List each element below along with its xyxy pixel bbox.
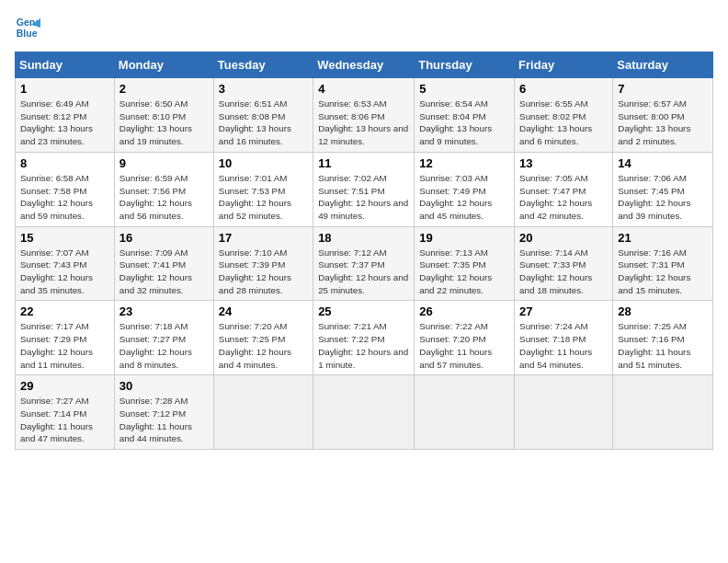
day-number: 16: [119, 231, 209, 245]
calendar-cell: [313, 375, 415, 450]
day-info: Sunrise: 7:22 AMSunset: 7:20 PMDaylight:…: [419, 321, 492, 369]
day-number: 9: [119, 156, 209, 170]
calendar-cell: 11Sunrise: 7:02 AMSunset: 7:51 PMDayligh…: [313, 152, 415, 226]
calendar-cell: 23Sunrise: 7:18 AMSunset: 7:27 PMDayligh…: [114, 301, 213, 375]
calendar-cell: 29Sunrise: 7:27 AMSunset: 7:14 PMDayligh…: [16, 375, 115, 450]
col-header-wednesday: Wednesday: [313, 52, 415, 78]
calendar-cell: 8Sunrise: 6:58 AMSunset: 7:58 PMDaylight…: [16, 152, 115, 226]
day-info: Sunrise: 7:25 AMSunset: 7:16 PMDaylight:…: [618, 321, 690, 369]
svg-text:Blue: Blue: [17, 28, 38, 39]
calendar-cell: 15Sunrise: 7:07 AMSunset: 7:43 PMDayligh…: [16, 226, 115, 301]
day-info: Sunrise: 6:53 AMSunset: 8:06 PMDaylight:…: [318, 98, 408, 146]
week-row-5: 29Sunrise: 7:27 AMSunset: 7:14 PMDayligh…: [16, 375, 713, 450]
calendar-cell: 5Sunrise: 6:54 AMSunset: 8:04 PMDaylight…: [415, 78, 515, 153]
calendar-cell: 18Sunrise: 7:12 AMSunset: 7:37 PMDayligh…: [313, 226, 415, 301]
calendar-cell: 25Sunrise: 7:21 AMSunset: 7:22 PMDayligh…: [313, 301, 415, 375]
day-info: Sunrise: 6:54 AMSunset: 8:04 PMDaylight:…: [419, 98, 492, 146]
day-info: Sunrise: 6:50 AMSunset: 8:10 PMDaylight:…: [119, 98, 192, 146]
day-info: Sunrise: 6:59 AMSunset: 7:56 PMDaylight:…: [119, 173, 192, 221]
calendar-table: SundayMondayTuesdayWednesdayThursdayFrid…: [15, 52, 713, 450]
calendar-cell: 9Sunrise: 6:59 AMSunset: 7:56 PMDaylight…: [114, 152, 213, 226]
day-info: Sunrise: 7:18 AMSunset: 7:27 PMDaylight:…: [119, 321, 192, 369]
day-number: 8: [20, 156, 109, 170]
week-row-2: 8Sunrise: 6:58 AMSunset: 7:58 PMDaylight…: [16, 152, 713, 226]
day-info: Sunrise: 7:20 AMSunset: 7:25 PMDaylight:…: [219, 321, 291, 369]
col-header-thursday: Thursday: [415, 52, 515, 78]
day-info: Sunrise: 6:57 AMSunset: 8:00 PMDaylight:…: [618, 98, 690, 146]
day-number: 11: [318, 156, 409, 170]
day-number: 26: [419, 304, 509, 318]
day-number: 30: [119, 379, 209, 393]
day-info: Sunrise: 6:58 AMSunset: 7:58 PMDaylight:…: [20, 173, 93, 221]
calendar-cell: 28Sunrise: 7:25 AMSunset: 7:16 PMDayligh…: [613, 301, 713, 375]
day-info: Sunrise: 7:24 AMSunset: 7:18 PMDaylight:…: [519, 321, 592, 369]
day-number: 20: [519, 231, 608, 245]
day-info: Sunrise: 7:12 AMSunset: 7:37 PMDaylight:…: [318, 247, 408, 295]
day-number: 24: [219, 304, 308, 318]
calendar-cell: [515, 375, 613, 450]
day-number: 2: [119, 82, 209, 96]
day-info: Sunrise: 7:03 AMSunset: 7:49 PMDaylight:…: [419, 173, 492, 221]
day-info: Sunrise: 6:55 AMSunset: 8:02 PMDaylight:…: [519, 98, 592, 146]
calendar-cell: 30Sunrise: 7:28 AMSunset: 7:12 PMDayligh…: [114, 375, 213, 450]
day-info: Sunrise: 6:49 AMSunset: 8:12 PMDaylight:…: [20, 98, 93, 146]
calendar-cell: 2Sunrise: 6:50 AMSunset: 8:10 PMDaylight…: [114, 78, 213, 153]
week-row-4: 22Sunrise: 7:17 AMSunset: 7:29 PMDayligh…: [16, 301, 713, 375]
calendar-header-row: SundayMondayTuesdayWednesdayThursdayFrid…: [16, 52, 713, 78]
week-row-3: 15Sunrise: 7:07 AMSunset: 7:43 PMDayligh…: [16, 226, 713, 301]
week-row-1: 1Sunrise: 6:49 AMSunset: 8:12 PMDaylight…: [16, 78, 713, 153]
day-info: Sunrise: 6:51 AMSunset: 8:08 PMDaylight:…: [219, 98, 291, 146]
calendar-cell: 20Sunrise: 7:14 AMSunset: 7:33 PMDayligh…: [515, 226, 613, 301]
day-number: 28: [618, 304, 708, 318]
day-number: 22: [20, 304, 109, 318]
day-number: 10: [219, 156, 308, 170]
day-info: Sunrise: 7:01 AMSunset: 7:53 PMDaylight:…: [219, 173, 291, 221]
day-number: 17: [219, 231, 308, 245]
col-header-friday: Friday: [515, 52, 613, 78]
col-header-sunday: Sunday: [16, 52, 115, 78]
day-number: 7: [618, 82, 708, 96]
logo: General Blue: [15, 15, 44, 40]
day-number: 13: [519, 156, 608, 170]
calendar-cell: [213, 375, 313, 450]
day-number: 12: [419, 156, 509, 170]
calendar-cell: 21Sunrise: 7:16 AMSunset: 7:31 PMDayligh…: [613, 226, 713, 301]
calendar-cell: 19Sunrise: 7:13 AMSunset: 7:35 PMDayligh…: [415, 226, 515, 301]
day-info: Sunrise: 7:28 AMSunset: 7:12 PMDaylight:…: [119, 396, 192, 443]
day-info: Sunrise: 7:17 AMSunset: 7:29 PMDaylight:…: [20, 321, 93, 369]
day-number: 18: [318, 231, 409, 245]
day-number: 4: [318, 82, 409, 96]
day-info: Sunrise: 7:16 AMSunset: 7:31 PMDaylight:…: [618, 247, 690, 295]
day-number: 1: [20, 82, 109, 96]
day-info: Sunrise: 7:02 AMSunset: 7:51 PMDaylight:…: [318, 173, 408, 221]
calendar-cell: 12Sunrise: 7:03 AMSunset: 7:49 PMDayligh…: [415, 152, 515, 226]
day-info: Sunrise: 7:05 AMSunset: 7:47 PMDaylight:…: [519, 173, 592, 221]
day-number: 21: [618, 231, 708, 245]
col-header-monday: Monday: [114, 52, 213, 78]
calendar-cell: 13Sunrise: 7:05 AMSunset: 7:47 PMDayligh…: [515, 152, 613, 226]
col-header-tuesday: Tuesday: [213, 52, 313, 78]
day-info: Sunrise: 7:10 AMSunset: 7:39 PMDaylight:…: [219, 247, 291, 295]
day-number: 5: [419, 82, 509, 96]
day-info: Sunrise: 7:07 AMSunset: 7:43 PMDaylight:…: [20, 247, 93, 295]
day-info: Sunrise: 7:13 AMSunset: 7:35 PMDaylight:…: [419, 247, 492, 295]
day-info: Sunrise: 7:14 AMSunset: 7:33 PMDaylight:…: [519, 247, 592, 295]
calendar-cell: 3Sunrise: 6:51 AMSunset: 8:08 PMDaylight…: [213, 78, 313, 153]
calendar-cell: 27Sunrise: 7:24 AMSunset: 7:18 PMDayligh…: [515, 301, 613, 375]
calendar-cell: [613, 375, 713, 450]
col-header-saturday: Saturday: [613, 52, 713, 78]
day-number: 27: [519, 304, 608, 318]
day-info: Sunrise: 7:06 AMSunset: 7:45 PMDaylight:…: [618, 173, 690, 221]
day-info: Sunrise: 7:09 AMSunset: 7:41 PMDaylight:…: [119, 247, 192, 295]
day-number: 19: [419, 231, 509, 245]
calendar-cell: 1Sunrise: 6:49 AMSunset: 8:12 PMDaylight…: [16, 78, 115, 153]
day-number: 3: [219, 82, 308, 96]
day-number: 23: [119, 304, 209, 318]
day-number: 14: [618, 156, 708, 170]
logo-icon: General Blue: [15, 15, 40, 40]
day-info: Sunrise: 7:27 AMSunset: 7:14 PMDaylight:…: [20, 396, 93, 443]
calendar-cell: 24Sunrise: 7:20 AMSunset: 7:25 PMDayligh…: [213, 301, 313, 375]
calendar-cell: 26Sunrise: 7:22 AMSunset: 7:20 PMDayligh…: [415, 301, 515, 375]
calendar-cell: 22Sunrise: 7:17 AMSunset: 7:29 PMDayligh…: [16, 301, 115, 375]
calendar-cell: 17Sunrise: 7:10 AMSunset: 7:39 PMDayligh…: [213, 226, 313, 301]
